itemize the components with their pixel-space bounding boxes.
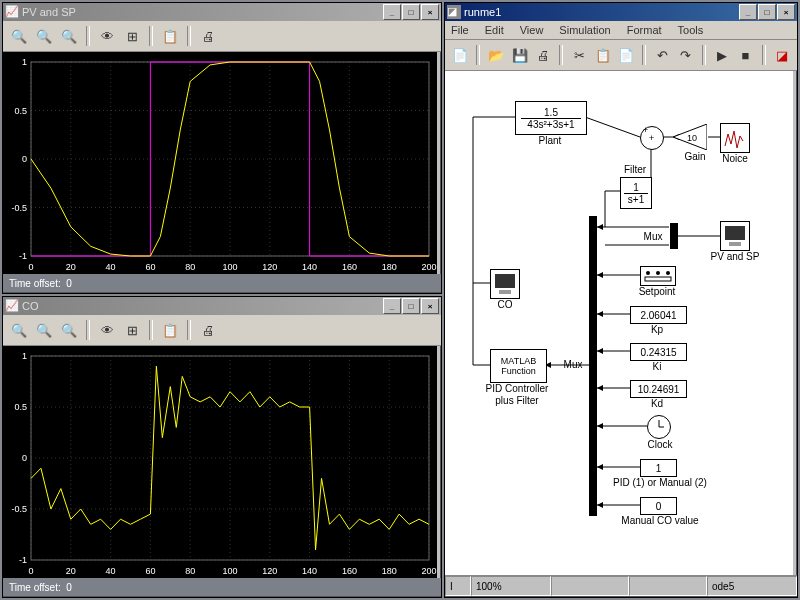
titlebar-co[interactable]: 📈 CO _ □ × bbox=[3, 297, 441, 315]
setpoint-label: Setpoint bbox=[617, 286, 697, 297]
close-button[interactable]: × bbox=[421, 298, 439, 314]
matlab-label-l1: PID Controller bbox=[477, 383, 557, 394]
menu-edit[interactable]: Edit bbox=[483, 23, 506, 37]
titlebar-model[interactable]: ◪ runme1 _ □ × bbox=[445, 3, 797, 21]
block-pid-manual[interactable]: 1 bbox=[640, 459, 677, 477]
print-icon[interactable]: 🖨 bbox=[196, 318, 220, 342]
redo-icon[interactable]: ↷ bbox=[675, 43, 697, 67]
svg-text:60: 60 bbox=[145, 262, 155, 272]
menu-tools[interactable]: Tools bbox=[676, 23, 706, 37]
menu-file[interactable]: File bbox=[449, 23, 471, 37]
copy-icon[interactable]: 📋 bbox=[592, 43, 614, 67]
close-button[interactable]: × bbox=[421, 4, 439, 20]
svg-marker-103 bbox=[597, 502, 603, 508]
time-offset-label: Time offset: bbox=[9, 582, 61, 593]
save-icon[interactable]: 💾 bbox=[509, 43, 531, 67]
model-canvas[interactable]: 1.5 43s²+3s+1 Plant ++ 10 Gain Noice Fil… bbox=[445, 71, 793, 575]
autoscale-icon[interactable]: ⊞ bbox=[120, 318, 144, 342]
block-filter[interactable]: 1 s+1 bbox=[620, 177, 652, 209]
svg-text:160: 160 bbox=[342, 262, 357, 272]
toolbar-pv-sp: 🔍 🔍 🔍 👁 ⊞ 📋 🖨 bbox=[3, 21, 441, 52]
block-noise[interactable] bbox=[720, 123, 750, 153]
maximize-button[interactable]: □ bbox=[402, 298, 420, 314]
block-ki[interactable]: 0.24315 bbox=[630, 343, 687, 361]
svg-point-115 bbox=[666, 271, 670, 275]
minimize-button[interactable]: _ bbox=[739, 4, 757, 20]
plot-co[interactable]: 020406080100120140160180200-1-0.500.51 bbox=[3, 346, 437, 578]
print-icon[interactable]: 🖨 bbox=[532, 43, 554, 67]
block-kd[interactable]: 10.24691 bbox=[630, 380, 687, 398]
svg-text:180: 180 bbox=[382, 566, 397, 576]
menu-format[interactable]: Format bbox=[625, 23, 664, 37]
svg-text:80: 80 bbox=[185, 566, 195, 576]
separator bbox=[149, 320, 153, 340]
block-mux-small[interactable] bbox=[670, 223, 678, 249]
zoom-x-icon[interactable]: 🔍 bbox=[32, 318, 56, 342]
separator bbox=[86, 26, 90, 46]
menu-simulation[interactable]: Simulation bbox=[557, 23, 612, 37]
ki-value: 0.24315 bbox=[640, 347, 676, 358]
zoom-y-icon[interactable]: 🔍 bbox=[57, 318, 81, 342]
paste-icon[interactable]: 📄 bbox=[615, 43, 637, 67]
scope-co-label: CO bbox=[465, 299, 545, 310]
window-model: ◪ runme1 _ □ × File Edit View Simulation… bbox=[444, 2, 798, 598]
separator bbox=[86, 320, 90, 340]
titlebar-pv-sp[interactable]: 📈 PV and SP _ □ × bbox=[3, 3, 441, 21]
svg-marker-99 bbox=[597, 348, 603, 354]
block-plant[interactable]: 1.5 43s²+3s+1 bbox=[515, 101, 587, 135]
svg-text:20: 20 bbox=[66, 262, 76, 272]
plot-pv-sp[interactable]: 020406080100120140160180200-1-0.500.51 bbox=[3, 52, 437, 274]
cut-icon[interactable]: ✂ bbox=[568, 43, 590, 67]
block-matlab-fcn[interactable]: MATLAB Function bbox=[490, 349, 547, 383]
close-button[interactable]: × bbox=[777, 4, 795, 20]
svg-text:0.5: 0.5 bbox=[14, 402, 27, 412]
maximize-button[interactable]: □ bbox=[402, 4, 420, 20]
open-icon[interactable]: 📂 bbox=[485, 43, 507, 67]
minimize-button[interactable]: _ bbox=[383, 4, 401, 20]
autoscale-icon[interactable]: ⊞ bbox=[120, 24, 144, 48]
plant-label: Plant bbox=[510, 135, 590, 146]
matlab-l2: Function bbox=[501, 366, 536, 376]
print-icon[interactable]: 🖨 bbox=[196, 24, 220, 48]
svg-text:0: 0 bbox=[22, 154, 27, 164]
svg-marker-102 bbox=[597, 464, 603, 470]
params-icon[interactable]: 📋 bbox=[158, 318, 182, 342]
zoom-in-icon[interactable]: 🔍 bbox=[7, 318, 31, 342]
block-clock[interactable] bbox=[647, 415, 671, 439]
block-mux-big[interactable] bbox=[589, 216, 597, 516]
separator bbox=[762, 45, 766, 65]
block-sum[interactable]: ++ bbox=[640, 126, 664, 150]
block-scope-pvsp[interactable] bbox=[720, 221, 750, 251]
kd-value: 10.24691 bbox=[638, 384, 680, 395]
clock-label: Clock bbox=[620, 439, 700, 450]
block-scope-co[interactable] bbox=[490, 269, 520, 299]
maximize-button[interactable]: □ bbox=[758, 4, 776, 20]
kd-label: Kd bbox=[617, 398, 697, 409]
svg-text:120: 120 bbox=[262, 262, 277, 272]
zoom-y-icon[interactable]: 🔍 bbox=[57, 24, 81, 48]
block-manual-co[interactable]: 0 bbox=[640, 497, 677, 515]
new-icon[interactable]: 📄 bbox=[449, 43, 471, 67]
block-setpoint[interactable] bbox=[640, 266, 676, 286]
binoculars-icon[interactable]: 👁 bbox=[95, 318, 119, 342]
svg-point-113 bbox=[646, 271, 650, 275]
block-gain[interactable]: 10 bbox=[673, 124, 707, 150]
block-kp[interactable]: 2.06041 bbox=[630, 306, 687, 324]
status-solver: ode5 bbox=[707, 576, 797, 596]
play-icon[interactable]: ▶ bbox=[711, 43, 733, 67]
undo-icon[interactable]: ↶ bbox=[651, 43, 673, 67]
separator bbox=[702, 45, 706, 65]
stop-icon[interactable]: ■ bbox=[734, 43, 756, 67]
svg-marker-100 bbox=[597, 385, 603, 391]
separator bbox=[187, 320, 191, 340]
lib-icon[interactable]: ◪ bbox=[771, 43, 793, 67]
svg-text:1: 1 bbox=[22, 57, 27, 67]
scope-icon: 📈 bbox=[5, 5, 19, 19]
minimize-button[interactable]: _ bbox=[383, 298, 401, 314]
title-pv-sp: PV and SP bbox=[22, 6, 382, 18]
zoom-x-icon[interactable]: 🔍 bbox=[32, 24, 56, 48]
menu-view[interactable]: View bbox=[518, 23, 546, 37]
zoom-in-icon[interactable]: 🔍 bbox=[7, 24, 31, 48]
binoculars-icon[interactable]: 👁 bbox=[95, 24, 119, 48]
params-icon[interactable]: 📋 bbox=[158, 24, 182, 48]
